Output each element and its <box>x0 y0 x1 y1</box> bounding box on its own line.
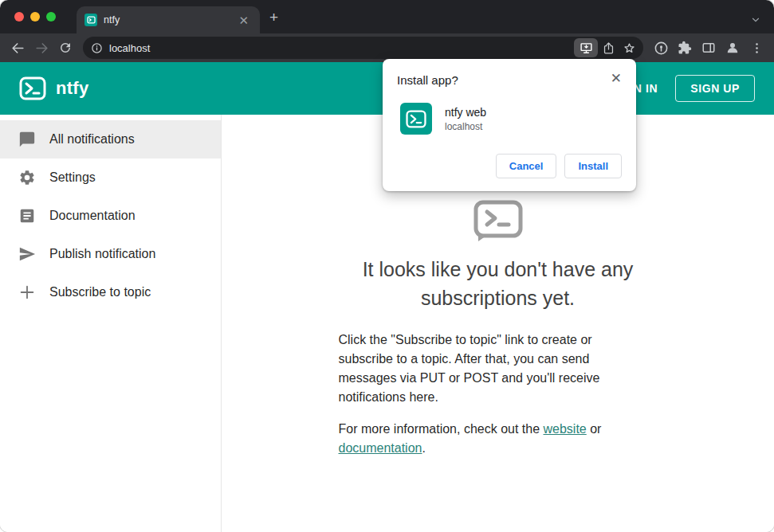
tab-search-chevron-icon[interactable] <box>750 14 761 25</box>
share-icon[interactable] <box>598 38 619 57</box>
more-info-text: or <box>587 422 602 436</box>
website-link[interactable]: website <box>544 422 587 436</box>
sidebar-item-settings[interactable]: Settings <box>0 158 221 197</box>
forward-icon[interactable] <box>30 37 53 59</box>
sidebar: All notifications Settings Documentation… <box>0 115 222 532</box>
ntfy-empty-logo-icon <box>472 199 525 244</box>
password-manager-extension-icon[interactable] <box>650 37 672 59</box>
sidebar-item-all-notifications[interactable]: All notifications <box>0 120 221 158</box>
browser-menu-icon[interactable] <box>745 37 768 59</box>
empty-state-more-info: For more information, check out the webs… <box>339 420 619 458</box>
install-app-dialog: Install app? ✕ ntfy web localhost Cancel… <box>383 59 636 191</box>
ntfy-logo-icon <box>19 76 46 100</box>
sidebar-item-subscribe-to-topic[interactable]: Subscribe to topic <box>0 273 221 311</box>
dialog-title: Install app? <box>397 73 622 87</box>
browser-window: ntfy ✕ + localhost <box>0 0 774 532</box>
sidebar-item-label: All notifications <box>49 132 135 147</box>
tab-close-icon[interactable]: ✕ <box>235 13 252 28</box>
chat-bubble-icon <box>18 130 37 149</box>
install-button[interactable]: Install <box>564 154 622 178</box>
address-bar[interactable]: localhost <box>83 37 643 59</box>
empty-state-heading: It looks like you don't have any subscri… <box>339 255 658 313</box>
ntfy-favicon-icon <box>84 14 97 26</box>
gear-icon <box>18 168 37 187</box>
site-info-icon[interactable] <box>91 42 103 54</box>
sidebar-item-publish-notification[interactable]: Publish notification <box>0 235 221 273</box>
more-info-text: For more information, check out the <box>339 422 544 436</box>
new-tab-button[interactable]: + <box>260 9 288 31</box>
plus-icon <box>18 283 37 302</box>
sidebar-item-label: Documentation <box>49 209 136 223</box>
tab-strip: ntfy ✕ + <box>0 0 774 33</box>
back-icon[interactable] <box>6 37 29 59</box>
dialog-close-icon[interactable]: ✕ <box>606 67 627 90</box>
side-panel-icon[interactable] <box>697 37 720 59</box>
dialog-app-origin: localhost <box>445 121 486 132</box>
bookmark-star-icon[interactable] <box>619 38 639 57</box>
close-window-button[interactable] <box>14 12 24 22</box>
install-app-icon[interactable] <box>574 38 598 57</box>
send-icon <box>18 244 37 264</box>
article-icon <box>18 206 37 225</box>
browser-tab[interactable]: ntfy ✕ <box>77 6 260 33</box>
empty-state-paragraph: Click the "Subscribe to topic" link to c… <box>339 331 619 407</box>
more-info-text: . <box>422 441 425 455</box>
minimize-window-button[interactable] <box>30 12 40 22</box>
app-title: ntfy <box>56 78 89 99</box>
zoom-window-button[interactable] <box>46 12 56 22</box>
browser-toolbar: localhost <box>0 33 774 62</box>
sidebar-item-label: Settings <box>49 170 96 185</box>
dialog-actions: Cancel Install <box>397 154 622 178</box>
sidebar-item-documentation[interactable]: Documentation <box>0 197 221 235</box>
url-text: localhost <box>109 42 574 54</box>
tab-title: ntfy <box>104 14 229 25</box>
dialog-app-name: ntfy web <box>445 106 486 119</box>
documentation-link[interactable]: documentation <box>339 441 422 455</box>
window-controls <box>0 0 67 33</box>
ntfy-app-icon <box>400 103 432 135</box>
sign-up-button[interactable]: SIGN UP <box>675 75 755 102</box>
cancel-button[interactable]: Cancel <box>496 154 557 178</box>
extensions-puzzle-icon[interactable] <box>674 37 696 59</box>
reload-icon[interactable] <box>54 37 77 59</box>
dialog-app-row: ntfy web localhost <box>400 103 622 135</box>
profile-avatar-icon[interactable] <box>721 37 744 59</box>
sidebar-item-label: Publish notification <box>49 247 155 261</box>
sidebar-item-label: Subscribe to topic <box>49 285 151 299</box>
